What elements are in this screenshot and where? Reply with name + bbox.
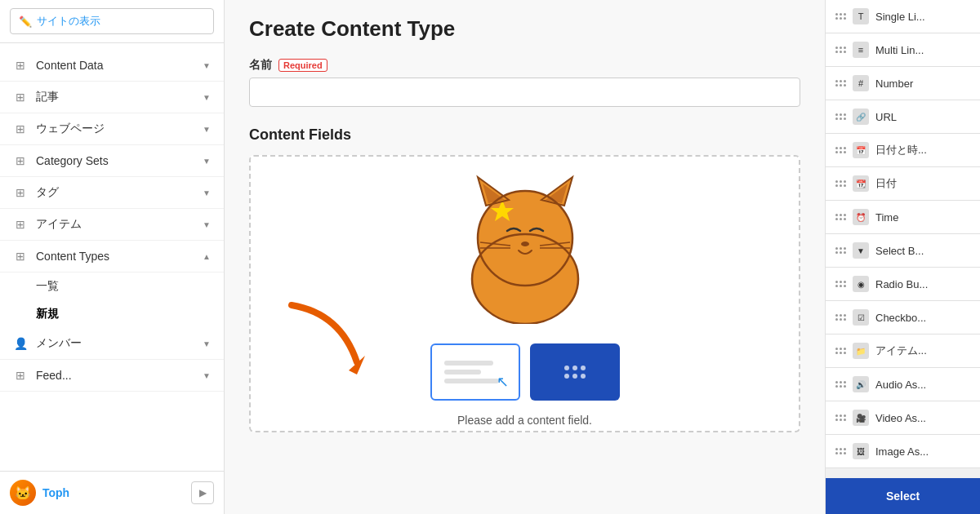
rp-item-checkbox[interactable]: ☑ Checkbo... bbox=[826, 301, 980, 335]
sidebar-label-tags: タグ bbox=[36, 185, 59, 200]
rp-item-image[interactable]: 🖼 Image As... bbox=[826, 435, 980, 468]
page-title: Create Content Type bbox=[249, 16, 800, 42]
articles-icon: ⊞ bbox=[13, 90, 28, 104]
audio-icon: 🔊 bbox=[853, 376, 869, 392]
tags-icon: ⊞ bbox=[13, 185, 28, 200]
arrow-overlay bbox=[275, 297, 373, 382]
radio-button-icon: ◉ bbox=[853, 276, 869, 292]
select-box-icon: ▼ bbox=[853, 242, 869, 259]
view-site-label: サイトの表示 bbox=[37, 14, 100, 29]
rp-label-time: Time bbox=[875, 211, 898, 224]
image-icon: 🖼 bbox=[853, 443, 869, 459]
webpages-icon: ⊞ bbox=[13, 122, 28, 136]
drag-illustration: ↖ bbox=[430, 343, 620, 401]
rp-item-date[interactable]: 📆 日付 bbox=[826, 167, 980, 201]
mascot-area bbox=[435, 161, 615, 324]
svg-point-7 bbox=[521, 241, 529, 246]
grid-dots-icon bbox=[835, 80, 846, 86]
sidebar-subitem-list-label: 一覧 bbox=[36, 279, 59, 294]
chevron-down-icon: ▼ bbox=[203, 188, 211, 197]
cursor-icon: ↖ bbox=[497, 373, 509, 391]
grid-dots-icon bbox=[835, 314, 846, 321]
content-data-icon: ⊞ bbox=[13, 58, 28, 73]
single-line-icon: T bbox=[853, 8, 869, 24]
multi-line-icon: ≡ bbox=[853, 42, 869, 58]
grid-dots-icon bbox=[835, 281, 846, 287]
sidebar-label-content-data: Content Data bbox=[36, 59, 104, 72]
required-badge: Required bbox=[278, 59, 327, 72]
sidebar-item-articles[interactable]: ⊞ 記事 ▼ bbox=[0, 82, 224, 113]
rp-item-multi-line[interactable]: ≡ Multi Lin... bbox=[826, 33, 980, 67]
chevron-down-icon: ▼ bbox=[203, 125, 211, 134]
sidebar-label-articles: 記事 bbox=[36, 90, 59, 104]
user-name: Toph bbox=[42, 486, 69, 499]
rp-item-single-line[interactable]: T Single Li... bbox=[826, 0, 980, 33]
chevron-down-icon: ▼ bbox=[203, 93, 211, 102]
sidebar-subitem-new[interactable]: 新規 bbox=[0, 300, 224, 328]
sidebar-nav: ⊞ Content Data ▼ ⊞ 記事 ▼ ⊞ ウェブページ ▼ ⊞ Ca bbox=[0, 43, 224, 471]
datetime-icon: 📅 bbox=[853, 142, 869, 158]
rp-label-video: Video As... bbox=[875, 412, 926, 424]
sidebar-item-tags[interactable]: ⊞ タグ ▼ bbox=[0, 177, 224, 209]
rp-label-asset-items: アイテム... bbox=[875, 343, 927, 358]
chevron-down-icon: ▼ bbox=[203, 339, 211, 348]
sidebar-subitem-new-label: 新規 bbox=[36, 307, 59, 321]
rp-item-audio[interactable]: 🔊 Audio As... bbox=[826, 368, 980, 401]
sidebar-item-webpages[interactable]: ⊞ ウェブページ ▼ bbox=[0, 113, 224, 145]
empty-text: Please add a content field. bbox=[457, 414, 592, 427]
sidebar-item-members[interactable]: 👤 メンバー ▼ bbox=[0, 328, 224, 360]
grid-dots-icon bbox=[835, 448, 846, 454]
grid-dots-icon bbox=[835, 381, 846, 388]
rp-item-asset-items[interactable]: 📁 アイテム... bbox=[826, 335, 980, 368]
expand-button[interactable]: ▶ bbox=[191, 481, 214, 504]
select-button[interactable]: Select bbox=[826, 478, 980, 514]
sidebar-item-items[interactable]: ⊞ アイテム ▼ bbox=[0, 209, 224, 241]
rp-item-number[interactable]: # Number bbox=[826, 67, 980, 100]
grid-dots-icon bbox=[835, 113, 846, 120]
rp-item-datetime[interactable]: 📅 日付と時... bbox=[826, 134, 980, 167]
checkbox-icon: ☑ bbox=[853, 309, 869, 326]
grid-dots-icon bbox=[835, 13, 846, 20]
rp-label-single-line: Single Li... bbox=[875, 11, 925, 23]
drag-card-blue bbox=[530, 343, 620, 401]
user-info: 🐱 Toph bbox=[10, 480, 69, 506]
sidebar-subitem-list[interactable]: 一覧 bbox=[0, 273, 224, 300]
chevron-down-icon: ▼ bbox=[203, 61, 211, 70]
sidebar: ✏️ サイトの表示 ⊞ Content Data ▼ ⊞ 記事 ▼ ⊞ ウェブペ… bbox=[0, 0, 225, 514]
svg-marker-16 bbox=[349, 356, 365, 374]
rp-label-date: 日付 bbox=[875, 176, 897, 191]
grid-dots-icon bbox=[835, 247, 846, 254]
sidebar-item-content-data[interactable]: ⊞ Content Data ▼ bbox=[0, 50, 224, 82]
rp-label-multi-line: Multi Lin... bbox=[875, 44, 924, 56]
view-site-button[interactable]: ✏️ サイトの表示 bbox=[10, 8, 214, 34]
sidebar-label-members: メンバー bbox=[36, 336, 82, 351]
name-input[interactable] bbox=[249, 78, 800, 107]
grid-dots-icon bbox=[835, 147, 846, 153]
date-icon: 📆 bbox=[853, 175, 869, 192]
chevron-up-icon: ▲ bbox=[203, 252, 211, 261]
number-icon: # bbox=[853, 75, 869, 91]
sidebar-item-feed[interactable]: ⊞ Feed... ▼ bbox=[0, 360, 224, 392]
rp-label-audio: Audio As... bbox=[875, 379, 926, 391]
rp-item-select-box[interactable]: ▼ Select B... bbox=[826, 234, 980, 268]
sidebar-label-content-types: Content Types bbox=[36, 250, 109, 263]
drag-card-white: ↖ bbox=[430, 343, 520, 401]
video-icon: 🎥 bbox=[853, 410, 869, 426]
sidebar-footer: 🐱 Toph ▶ bbox=[0, 471, 224, 514]
rp-item-time[interactable]: ⏰ Time bbox=[826, 201, 980, 234]
sidebar-item-content-types[interactable]: ⊞ Content Types ▲ bbox=[0, 241, 224, 273]
right-panel: T Single Li... ≡ Multi Lin... # Number 🔗… bbox=[825, 0, 980, 514]
sidebar-item-category-sets[interactable]: ⊞ Category Sets ▼ bbox=[0, 145, 224, 177]
grid-dots-icon bbox=[835, 214, 846, 220]
chevron-down-icon: ▼ bbox=[203, 157, 211, 166]
rp-label-select-box: Select B... bbox=[875, 245, 924, 257]
rp-item-video[interactable]: 🎥 Video As... bbox=[826, 401, 980, 435]
content-types-icon: ⊞ bbox=[13, 249, 28, 264]
arrow-svg bbox=[275, 297, 373, 379]
rp-item-radio-button[interactable]: ◉ Radio Bu... bbox=[826, 268, 980, 301]
content-fields-title: Content Fields bbox=[249, 126, 800, 144]
rp-item-url[interactable]: 🔗 URL bbox=[826, 100, 980, 134]
asset-items-icon: 📁 bbox=[853, 343, 869, 359]
rp-label-checkbox: Checkbo... bbox=[875, 312, 926, 324]
chevron-down-icon: ▼ bbox=[203, 371, 211, 380]
